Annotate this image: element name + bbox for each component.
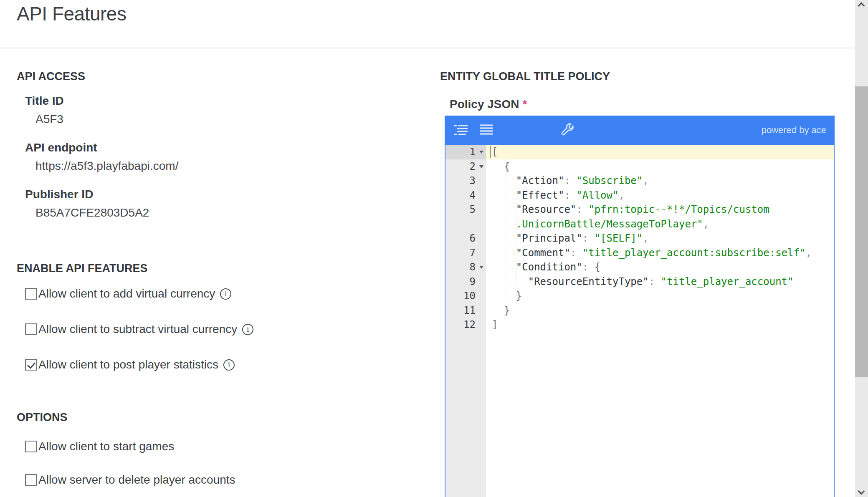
- gutter-line-number: 7: [445, 246, 486, 260]
- field-value: https://a5f3.playfabapi.com/: [35, 159, 418, 173]
- field-label: API endpoint: [25, 141, 418, 155]
- code-line[interactable]: "Action": "Subscribe",: [486, 174, 834, 188]
- field-value: B85A7CFE2803D5A2: [35, 206, 418, 220]
- checkbox-row: Allow server to delete player accounts: [25, 473, 426, 487]
- checkbox[interactable]: [25, 474, 37, 486]
- page-title: API Features: [17, 3, 126, 25]
- editor-toolbar: powered by ace: [445, 116, 834, 145]
- code-line[interactable]: "Principal": "[SELF]",: [486, 231, 834, 246]
- api-access-field: API endpoint https://a5f3.playfabapi.com…: [25, 141, 418, 173]
- api-access-field: Publisher ID B85A7CFE2803D5A2: [25, 187, 418, 220]
- code-line[interactable]: "Comment": "title_player_account:subscri…: [486, 246, 834, 260]
- editor-body[interactable]: 123456789101112 [ { "Action": "Subscribe…: [445, 145, 834, 497]
- editor-code[interactable]: [ { "Action": "Subscribe", "Effect": "Al…: [486, 145, 834, 497]
- page-scrollbar[interactable]: [855, 0, 868, 497]
- enable-api-features-heading: ENABLE API FEATURES: [17, 262, 426, 275]
- checkbox-row: Allow client to subtract virtual currenc…: [25, 322, 426, 336]
- editor-gutter[interactable]: 123456789101112: [445, 145, 486, 497]
- gutter-line-number: 8: [445, 260, 486, 275]
- code-line[interactable]: "Effect": "Allow",: [486, 188, 834, 203]
- checkbox[interactable]: [25, 359, 37, 371]
- fold-arrow-icon[interactable]: [479, 165, 483, 168]
- info-icon[interactable]: i: [242, 324, 253, 335]
- header-divider: [0, 48, 855, 48]
- gutter-line-number: [445, 217, 486, 232]
- info-icon[interactable]: i: [220, 288, 231, 300]
- section-api-access: API ACCESS Title ID A5F3 API endpoint ht…: [17, 70, 418, 234]
- fold-arrow-icon[interactable]: [479, 266, 483, 269]
- checkbox-row: Allow client to start games: [25, 439, 426, 454]
- gutter-line-number: 5: [445, 202, 486, 217]
- gutter-line-number: 10: [445, 289, 486, 303]
- wrench-icon[interactable]: [560, 123, 575, 137]
- powered-by-ace-label: powered by ace: [762, 125, 826, 136]
- gutter-line-number: 4: [445, 188, 486, 203]
- code-line[interactable]: ]: [486, 318, 834, 332]
- code-line[interactable]: }: [486, 289, 834, 303]
- checkbox[interactable]: [25, 441, 37, 452]
- checkbox-label: Allow client to subtract virtual currenc…: [38, 322, 237, 336]
- options-list: Allow client to start games Allow server…: [17, 439, 426, 487]
- checkbox-row: Allow client to add virtual currency i: [25, 287, 426, 301]
- required-asterisk: *: [523, 98, 527, 111]
- checkbox-row: Allow client to post player statistics i: [25, 358, 426, 372]
- code-line-active[interactable]: [: [486, 145, 834, 159]
- format-lines-icon[interactable]: [480, 123, 493, 137]
- checkbox[interactable]: [25, 323, 37, 335]
- api-access-fields: Title ID A5F3 API endpoint https://a5f3.…: [17, 94, 418, 220]
- gutter-line-number: 12: [445, 318, 486, 332]
- info-icon[interactable]: i: [223, 359, 235, 371]
- text-cursor: [490, 146, 491, 158]
- gutter-line-number: 3: [445, 174, 486, 188]
- api-access-field: Title ID A5F3: [25, 94, 418, 126]
- enable-api-features-list: Allow client to add virtual currency i A…: [17, 287, 426, 372]
- field-value: A5F3: [35, 112, 418, 126]
- checkbox[interactable]: [25, 288, 37, 300]
- api-access-heading: API ACCESS: [17, 70, 418, 83]
- code-line[interactable]: {: [486, 159, 834, 174]
- options-heading: OPTIONS: [17, 411, 426, 424]
- gutter-line-number: 1: [445, 145, 486, 159]
- gutter-line-number: 9: [445, 275, 486, 289]
- gutter-line-number: 6: [445, 231, 486, 246]
- entity-policy-heading: ENTITY GLOBAL TITLE POLICY: [440, 70, 610, 83]
- scrollbar-thumb[interactable]: [855, 86, 868, 377]
- section-options: OPTIONS Allow client to start games Allo…: [17, 411, 426, 497]
- json-editor[interactable]: powered by ace 123456789101112 [ { "Acti…: [445, 116, 835, 497]
- checkbox-label: Allow client to start games: [38, 439, 174, 454]
- checkbox-label: Allow server to delete player accounts: [38, 473, 235, 487]
- auto-format-icon[interactable]: [454, 123, 468, 137]
- field-label: Title ID: [25, 94, 418, 108]
- code-line[interactable]: }: [486, 303, 834, 318]
- code-line[interactable]: "Condition": {: [486, 260, 834, 275]
- fold-arrow-icon[interactable]: [479, 151, 483, 154]
- gutter-line-number: 11: [445, 303, 486, 318]
- policy-json-label: Policy JSON: [450, 98, 519, 111]
- code-line[interactable]: "ResourceEntityType": "title_player_acco…: [486, 275, 834, 289]
- policy-json-label-row: Policy JSON*: [450, 98, 527, 111]
- section-enable-api-features: ENABLE API FEATURES Allow client to add …: [17, 262, 426, 393]
- checkbox-label: Allow client to post player statistics: [38, 358, 218, 372]
- code-line[interactable]: "Resource": "pfrn:topic--*!*/Topics/cust…: [486, 202, 834, 217]
- field-label: Publisher ID: [25, 187, 418, 202]
- code-line[interactable]: .UnicornBattle/MessageToPlayer",: [486, 217, 834, 232]
- scroll-up-icon[interactable]: [858, 3, 865, 10]
- scroll-down-icon[interactable]: [858, 488, 865, 495]
- checkbox-label: Allow client to add virtual currency: [38, 287, 215, 301]
- gutter-line-number: 2: [445, 159, 486, 174]
